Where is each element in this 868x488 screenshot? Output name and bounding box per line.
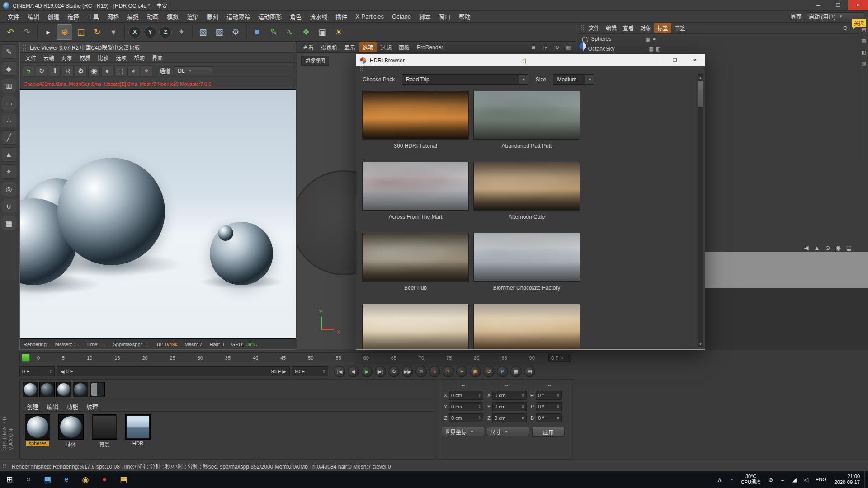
explorer-app-icon[interactable]: ▤: [114, 471, 133, 488]
make-editable-icon[interactable]: ✎: [2, 44, 16, 59]
panel-tab-icon-4[interactable]: ▥: [861, 61, 866, 66]
size-select[interactable]: Medium ▼: [553, 74, 594, 85]
hdri-thumbnail[interactable]: 360 HDRI Tutorial: [362, 91, 469, 150]
channel-select[interactable]: DL ▼: [175, 66, 213, 75]
close-button[interactable]: ✕: [685, 54, 705, 66]
frame-range-slider[interactable]: ◀ 0 F 90 F ▶: [57, 366, 290, 376]
menu-item[interactable]: 面板: [395, 42, 413, 52]
show-desktop-button[interactable]: [864, 471, 868, 488]
menu-item[interactable]: 文件: [585, 23, 603, 33]
hdri-preview-image[interactable]: [362, 233, 469, 282]
rotation-field[interactable]: 0 °⇕: [536, 391, 562, 400]
hdri-preview-image[interactable]: [362, 91, 469, 140]
hdri-drag-row[interactable]: [356, 66, 705, 72]
x-axis-lock-icon[interactable]: X: [128, 26, 141, 38]
scroll-up-icon[interactable]: ▲: [699, 75, 702, 80]
spheres[interactable]: spheres: [23, 414, 52, 448]
drag-handle-icon[interactable]: [23, 44, 27, 51]
minimize-button[interactable]: ─: [645, 54, 665, 66]
menu-item[interactable]: 插件: [331, 11, 351, 22]
size-field[interactable]: 0 cm⇕: [492, 391, 527, 400]
security-icon[interactable]: ⊘: [765, 471, 777, 488]
hdri-thumbnail[interactable]: Across From The Mart: [362, 162, 469, 221]
goto-end-button[interactable]: ▶▶: [402, 366, 413, 377]
scroll-down-icon[interactable]: ▼: [699, 341, 702, 347]
maximize-button[interactable]: ❐: [665, 54, 685, 66]
minimize-button[interactable]: ─: [808, 0, 828, 10]
render-picture-viewer-icon[interactable]: ▨: [212, 24, 227, 40]
material-name[interactable]: HDR: [130, 441, 146, 446]
size-field[interactable]: 0 cm⇕: [492, 402, 527, 411]
add-primitive-icon[interactable]: ■: [250, 24, 265, 40]
menu-item[interactable]: 文件: [4, 11, 24, 22]
search-button[interactable]: ○: [19, 471, 38, 488]
spinner-arrows-icon[interactable]: ⇕: [48, 369, 52, 374]
hdri-preview-image[interactable]: [473, 233, 580, 282]
light-icon[interactable]: ☀: [331, 24, 346, 40]
toggle-panel-icon[interactable]: ▦: [565, 43, 573, 52]
HDR[interactable]: HDR: [123, 414, 153, 448]
render-preset-thumb[interactable]: [23, 382, 38, 397]
viewport-view-label[interactable]: 透视视图: [301, 56, 329, 66]
goto-start-button[interactable]: |◀: [334, 366, 345, 377]
end-frame-field[interactable]: 90 F ⇕: [292, 366, 328, 376]
scale-tool-icon[interactable]: ◲: [73, 24, 89, 40]
menu-item[interactable]: 材质: [76, 53, 94, 62]
model-mode-icon[interactable]: ◆: [2, 61, 16, 76]
menu-item[interactable]: 文件: [22, 53, 40, 62]
live-viewer-titlebar[interactable]: Live Viewer 3.07-R2 中国C4D联盟中文汉化版: [20, 42, 296, 53]
hdri-preview-image[interactable]: [362, 304, 469, 349]
menu-item[interactable]: Octane: [388, 12, 415, 21]
rotation-field[interactable]: 0 °⇕: [536, 402, 562, 411]
prev-frame-button[interactable]: ◀: [348, 366, 359, 377]
live-selection-icon[interactable]: ▸: [41, 24, 56, 40]
snap-icon[interactable]: ∪: [2, 199, 16, 213]
record-disabled-button[interactable]: ⊘: [415, 366, 427, 377]
object-name[interactable]: Spheres: [591, 36, 612, 42]
autokey-parameter-button[interactable]: P: [497, 366, 508, 377]
render-preset-thumb[interactable]: [39, 382, 55, 397]
menu-item[interactable]: 运动跟踪: [222, 11, 254, 22]
network-icon[interactable]: ◢: [788, 471, 800, 488]
rotate-tool-icon[interactable]: ↻: [90, 24, 105, 40]
help-button[interactable]: ?: [443, 366, 454, 377]
start-render-icon[interactable]: ϟ: [23, 65, 34, 77]
axis-modification-icon[interactable]: ⌖: [2, 164, 16, 179]
generator-icon[interactable]: ❖: [298, 24, 314, 40]
tray-expand-icon[interactable]: ∧: [714, 471, 726, 488]
material-preview-icon[interactable]: ●: [101, 65, 113, 77]
menu-item[interactable]: 流水线: [306, 11, 331, 22]
camera-icon[interactable]: ▣: [315, 24, 330, 40]
material-name[interactable]: spheres: [26, 441, 48, 446]
menu-item[interactable]: 雕刻: [203, 11, 222, 22]
menu-item[interactable]: 界面: [148, 53, 166, 62]
OctaneSky[interactable]: ◐ OctaneSky ▦ ◧: [576, 44, 868, 54]
menu-item[interactable]: 选择: [63, 11, 83, 22]
recorder-app-icon[interactable]: ●: [95, 471, 114, 488]
menu-icon[interactable]: ▤: [846, 244, 852, 251]
menu-item[interactable]: 脚本: [415, 11, 435, 22]
render-canvas[interactable]: [20, 89, 296, 339]
menu-item[interactable]: 显示: [341, 42, 359, 52]
autokey-position-button[interactable]: +: [456, 366, 467, 377]
球体[interactable]: 球体: [56, 414, 86, 448]
lock-resolution-icon[interactable]: ◉: [88, 65, 100, 77]
pick-focus-icon[interactable]: ⌖: [141, 65, 152, 77]
search-icon[interactable]: ⊙: [843, 24, 848, 31]
size-mode-select[interactable]: 尺寸 ▼: [487, 427, 529, 436]
menu-item[interactable]: 选项: [112, 53, 130, 62]
tag-icon[interactable]: ●: [653, 36, 656, 42]
forward-icon[interactable]: ▲: [814, 244, 820, 251]
menu-item[interactable]: 网格: [103, 11, 123, 22]
points-mode-icon[interactable]: ∴: [2, 113, 16, 127]
menu-item[interactable]: 标签: [654, 23, 671, 33]
tag-icon[interactable]: ◧: [656, 46, 660, 52]
autokey-scale-button[interactable]: ▣: [470, 366, 481, 377]
onedrive-icon[interactable]: ◔: [726, 471, 737, 488]
render-view-icon[interactable]: ▧: [195, 24, 211, 40]
render-preset-thumb[interactable]: [90, 382, 105, 397]
menu-item[interactable]: 编辑: [42, 401, 62, 412]
next-frame-button[interactable]: ▶|: [375, 366, 386, 377]
apply-button[interactable]: 应用: [532, 427, 565, 437]
keyframe-selection-button[interactable]: ▦: [510, 366, 522, 377]
